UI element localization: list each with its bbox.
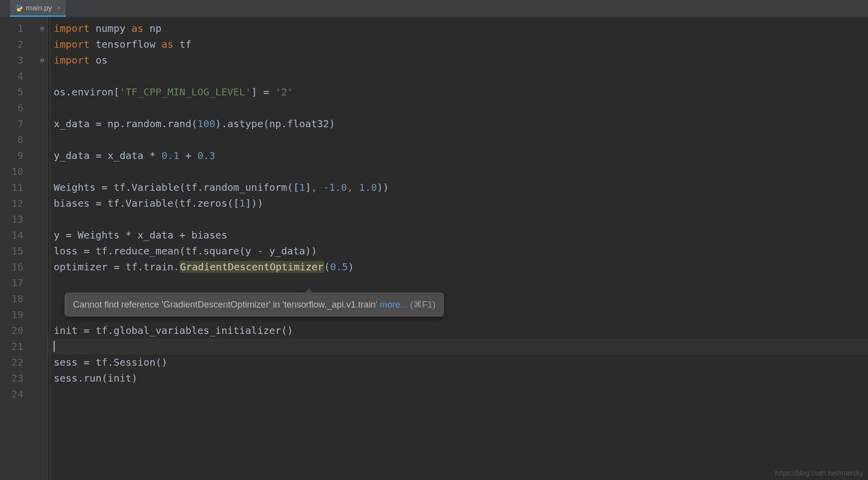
line-number: 11 <box>0 179 47 195</box>
line-number: 24 <box>0 386 47 402</box>
watermark-text: https://blog.csdn.net/maxsky <box>775 469 863 477</box>
tooltip-message: Cannot find reference 'GradientDescentOp… <box>73 300 380 310</box>
line-number: 9 <box>0 148 47 163</box>
line-number: 14 <box>0 227 47 243</box>
line-number: 6 <box>0 100 47 116</box>
line-number: 2 <box>0 36 47 52</box>
code-line[interactable]: y_data = x_data * 0.1 + 0.3 <box>48 148 868 163</box>
line-number: 18 <box>0 291 47 307</box>
line-number: 15 <box>0 243 47 259</box>
fold-toggle-icon[interactable]: ⊖ <box>40 52 44 68</box>
line-number: 16 <box>0 259 47 275</box>
tab-filename: main.py <box>26 3 52 12</box>
line-number: 1⊖ <box>0 20 47 36</box>
code-line[interactable]: sess.run(init) <box>48 370 868 386</box>
close-icon[interactable]: × <box>57 4 61 11</box>
tooltip-pointer-icon <box>304 289 313 293</box>
line-number: 4 <box>0 68 47 84</box>
code-line[interactable] <box>48 68 868 84</box>
code-line[interactable]: import os <box>48 52 868 68</box>
code-line[interactable] <box>48 100 868 116</box>
line-number: 13 <box>0 211 47 227</box>
code-line[interactable]: loss = tf.reduce_mean(tf.square(y - y_da… <box>48 243 868 259</box>
svg-point-1 <box>20 10 20 10</box>
line-number: 21 <box>0 338 47 354</box>
line-number: 22 <box>0 354 47 370</box>
line-number: 19 <box>0 307 47 322</box>
warning-highlight: GradientDescentOptimizer <box>179 261 324 273</box>
code-line[interactable] <box>48 275 868 291</box>
editor-body: 1⊖ 2 3⊖ 4 5 6 7 8 9 10 11 12 13 14 15 16… <box>0 17 868 480</box>
inspection-tooltip: Cannot find reference 'GradientDescentOp… <box>65 293 444 317</box>
code-line-current[interactable] <box>48 338 868 354</box>
line-number: 20 <box>0 322 47 338</box>
tooltip-more-link[interactable]: more... <box>380 300 408 310</box>
line-number: 8 <box>0 132 47 148</box>
python-file-icon <box>15 4 23 12</box>
code-line[interactable]: import numpy as np <box>48 20 868 36</box>
code-line[interactable]: biases = tf.Variable(tf.zeros([1])) <box>48 195 868 211</box>
code-area[interactable]: import numpy as np import tensorflow as … <box>48 17 868 480</box>
line-number: 23 <box>0 370 47 386</box>
line-number: 5 <box>0 84 47 100</box>
line-number: 10 <box>0 163 47 179</box>
line-number: 12 <box>0 195 47 211</box>
code-line[interactable]: y = Weights * x_data + biases <box>48 227 868 243</box>
code-line[interactable]: init = tf.global_variables_initializer() <box>48 322 868 338</box>
code-line[interactable]: os.environ['TF_CPP_MIN_LOG_LEVEL'] = '2' <box>48 84 868 100</box>
code-line[interactable] <box>48 132 868 148</box>
code-line[interactable]: x_data = np.random.rand(100).astype(np.f… <box>48 116 868 132</box>
code-line[interactable] <box>48 386 868 402</box>
ide-editor: main.py × 1⊖ 2 3⊖ 4 5 6 7 8 9 10 11 12 1… <box>0 0 868 480</box>
line-number: 3⊖ <box>0 52 47 68</box>
code-line[interactable] <box>48 163 868 179</box>
line-number: 7 <box>0 116 47 132</box>
fold-toggle-icon[interactable]: ⊖ <box>40 20 44 36</box>
code-line[interactable]: sess = tf.Session() <box>48 354 868 370</box>
tooltip-shortcut: (⌘F1) <box>408 300 435 310</box>
text-caret <box>54 341 55 352</box>
code-line[interactable]: import tensorflow as tf <box>48 36 868 52</box>
file-tab-main-py[interactable]: main.py × <box>10 0 66 17</box>
line-number-gutter: 1⊖ 2 3⊖ 4 5 6 7 8 9 10 11 12 13 14 15 16… <box>0 17 48 480</box>
line-number: 17 <box>0 275 47 291</box>
code-line[interactable] <box>48 211 868 227</box>
tab-bar: main.py × <box>0 0 868 17</box>
code-line[interactable]: optimizer = tf.train.GradientDescentOpti… <box>48 259 868 275</box>
code-line[interactable]: Weights = tf.Variable(tf.random_uniform(… <box>48 179 868 195</box>
svg-point-0 <box>17 5 18 5</box>
